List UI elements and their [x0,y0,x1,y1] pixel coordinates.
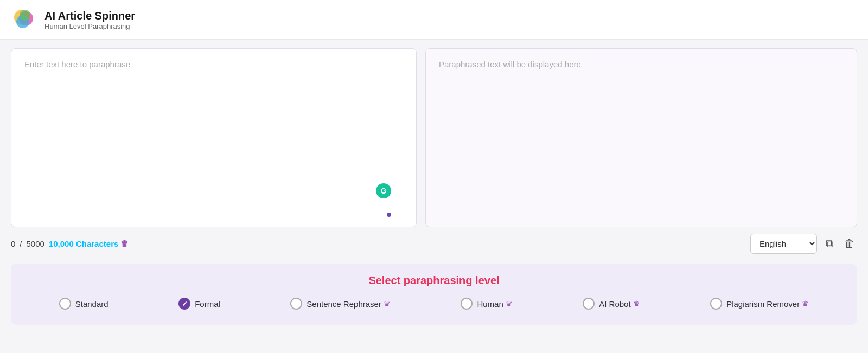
output-panel: Paraphrased text will be displayed here [425,48,857,227]
app-logo [11,7,37,33]
app-header: AI Article Spinner Human Level Paraphras… [0,0,868,40]
char-limit: 5000 [27,239,44,248]
char-counter: 0 / 5000 10,000 Characters ♛ [11,239,128,249]
radio-option-human[interactable]: Human♛ [461,298,512,310]
toolbar-row: 0 / 5000 10,000 Characters ♛ EnglishSpan… [11,228,857,259]
char-current: 0 [11,239,15,248]
char-separator: / [20,239,22,248]
premium-crown-icon-ai-robot: ♛ [633,299,640,308]
radio-option-standard[interactable]: Standard [59,298,108,310]
radio-label-formal: Formal [195,299,220,309]
paraphrase-section: Select paraphrasing level StandardFormal… [11,264,857,325]
radio-option-formal[interactable]: Formal [178,298,220,310]
header-text: AI Article Spinner Human Level Paraphras… [44,9,135,30]
radio-circle-plagiarism-remover [710,298,722,310]
main-content: G Paraphrased text will be displayed her… [0,40,868,325]
upgrade-char-button[interactable]: 10,000 Characters ♛ [49,239,128,249]
delete-button[interactable]: 🗑 [842,235,857,252]
radio-circle-ai-robot [583,298,595,310]
app-subtitle: Human Level Paraphrasing [44,22,135,30]
radio-circle-human [461,298,473,310]
radio-circle-formal [178,298,190,310]
output-placeholder: Paraphrased text will be displayed here [439,60,581,69]
radio-label-ai-robot: AI Robot♛ [599,299,640,309]
delete-icon: 🗑 [844,238,855,250]
copy-icon: ⧉ [826,238,833,250]
upgrade-label: 10,000 Characters [49,239,118,248]
premium-crown-icon-plagiarism-remover: ♛ [802,299,809,308]
right-controls: EnglishSpanishFrenchGermanPortugueseItal… [750,234,857,254]
radio-option-plagiarism-remover[interactable]: Plagiarism Remover♛ [710,298,809,310]
grammarly-icon: G [376,183,391,198]
input-textarea[interactable] [11,49,416,227]
radio-label-sentence-rephraser: Sentence Rephraser♛ [307,299,391,309]
radio-circle-standard [59,298,71,310]
premium-crown-icon-human: ♛ [506,299,513,308]
premium-crown-icon-sentence-rephraser: ♛ [384,299,391,308]
radio-label-human: Human♛ [477,299,512,309]
radio-group: StandardFormalSentence Rephraser♛Human♛A… [27,298,841,310]
radio-option-sentence-rephraser[interactable]: Sentence Rephraser♛ [290,298,391,310]
radio-label-standard: Standard [75,299,108,309]
app-title: AI Article Spinner [44,9,135,22]
upgrade-crown-icon: ♛ [120,239,128,249]
svg-point-3 [20,10,30,21]
language-select[interactable]: EnglishSpanishFrenchGermanPortugueseItal… [750,234,817,254]
radio-option-ai-robot[interactable]: AI Robot♛ [583,298,640,310]
dot-indicator [387,213,391,217]
copy-button[interactable]: ⧉ [824,235,835,252]
editor-row: G Paraphrased text will be displayed her… [11,48,857,227]
radio-label-plagiarism-remover: Plagiarism Remover♛ [726,299,809,309]
paraphrase-title: Select paraphrasing level [27,274,841,287]
radio-circle-sentence-rephraser [290,298,302,310]
input-panel: G [11,48,417,227]
